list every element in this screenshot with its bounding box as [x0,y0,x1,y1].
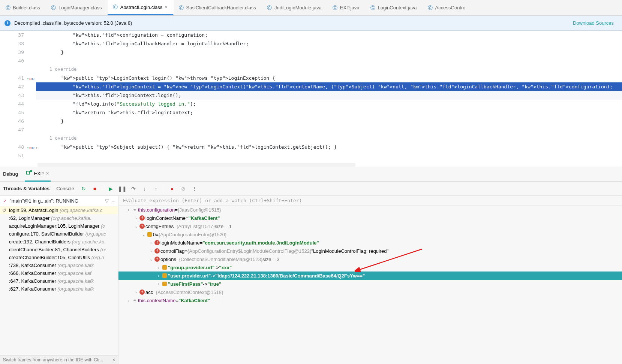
class-icon: Ⓒ [267,5,272,10]
resume-button[interactable]: ▶ [106,184,116,194]
element-icon [162,282,167,286]
console-tab[interactable]: Console [56,186,74,191]
code-editor[interactable]: 3738394041↑⊙⊙42434445464748↑⊙⊙›51 "kw">t… [0,31,622,167]
frame-item[interactable]: :647, KafkaConsumer (org.apache.kafk [0,277,118,285]
var-option-usefirstpass[interactable]: ›"useFirstPass" -> "true" [118,280,622,288]
tab-logincontext[interactable]: ⒸLoginContext.java [365,0,423,15]
filter-icon[interactable]: ▽ [105,198,109,204]
class-icon: Ⓒ [428,5,433,10]
debug-title[interactable]: Debug [3,171,18,177]
class-icon: Ⓒ [51,5,56,10]
code-area[interactable]: "kw">this."fld">configuration = configur… [36,31,622,167]
var-configentries[interactable]: ⌄fconfigEntries = {ArrayList@1517} size … [118,222,622,230]
evaluate-expression-input[interactable]: Evaluate expression (Enter) or add a wat… [118,196,622,206]
tab-exp[interactable]: ⒸEXP.java [327,0,365,15]
close-icon[interactable]: × [165,4,168,10]
var-logincontextname[interactable]: ›floginContextName = "KafkaClient" [118,214,622,222]
close-icon[interactable]: × [46,170,49,176]
frame-item[interactable]: create:192, ChannelBuilders (org.apache.… [0,238,118,246]
element-icon [147,232,152,237]
field-icon: f [154,248,160,254]
frame-item[interactable]: acquireLoginManager:105, LoginManager (o [0,222,118,230]
var-entry-0[interactable]: ⌄0 = {AppConfigurationEntry@1520} [118,230,622,239]
decompile-info-bar: i Decompiled .class file, bytecode versi… [0,16,622,31]
step-out-button[interactable]: ↑ [151,184,161,194]
frame-item[interactable]: :62, LoginManager (org.apache.kafka. [0,214,118,222]
var-contextname[interactable]: ›⚭this.contextName = "KafkaClient" [118,296,622,304]
field-icon: f [139,215,145,221]
step-into-button[interactable]: ↓ [140,184,150,194]
var-configuration[interactable]: ›⚭this.configuration = {JaasConfig@1515} [118,206,622,214]
field-icon: f [154,240,160,245]
debug-panel-tabs: Debug EXP × [0,167,622,182]
class-icon: Ⓒ [179,5,184,10]
element-icon [162,265,167,270]
class-icon: Ⓒ [370,5,376,10]
stop-button[interactable]: ■ [90,184,100,194]
mute-breakpoints-button[interactable]: ⊘ [178,184,188,194]
step-over-button[interactable]: ↷ [129,184,138,194]
variables-tree[interactable]: ›⚭this.configuration = {JaasConfig@1515}… [118,206,622,364]
download-sources-link[interactable]: Download Sources [573,20,614,26]
link-icon: ⚭ [131,298,138,303]
frames-column: ✓ "main"@1 in g...ain": RUNNING ▽ ⌄ logi… [0,196,118,364]
frame-item[interactable]: login:59, AbstractLogin (org.apache.kafk… [0,206,118,214]
tab-accesscontrol[interactable]: ⒸAccessContro [423,0,471,15]
frame-item[interactable]: :666, KafkaConsumer (org.apache.kaf [0,269,118,277]
frame-item[interactable]: createChannelBuilder:105, ClientUtils (o… [0,254,118,261]
tab-saslclient[interactable]: ⒸSaslClientCallbackHandler.class [174,0,262,15]
element-icon [162,273,167,278]
var-option-group[interactable]: ›"group.provider.url" -> "xxx" [118,263,622,272]
tab-jndiloginmodule[interactable]: ⒸJndiLoginModule.java [262,0,327,15]
var-loginmodulename[interactable]: ›floginModuleName = "com.sun.security.au… [118,239,622,247]
class-icon: Ⓒ [333,5,338,10]
var-controlflag[interactable]: ›fcontrolFlag = {AppConfigurationEntry$L… [118,247,622,255]
chevron-down-icon[interactable]: ⌄ [112,198,115,203]
frames-hint: Switch frames from anywhere in the IDE w… [0,355,118,364]
debug-panel: Debug EXP × Threads & Variables Console … [0,167,622,364]
field-icon: f [139,224,145,229]
variables-column: Evaluate expression (Enter) or add a wat… [118,196,622,364]
frame-item[interactable]: :738, KafkaConsumer (org.apache.kafk [0,261,118,269]
close-icon[interactable]: × [112,357,115,363]
class-icon: Ⓒ [5,5,10,10]
view-breakpoints-button[interactable]: ● [167,184,177,194]
var-options[interactable]: ⌄foptions = {Collections$UnmodifiableMap… [118,255,622,263]
frame-item[interactable]: clientChannelBuilder:81, ChannelBuilders… [0,246,118,254]
pause-button[interactable]: ❚❚ [117,184,127,194]
frames-list: login:59, AbstractLogin (org.apache.kafk… [0,206,118,355]
more-button[interactable]: ⋮ [190,184,199,194]
tab-abstractlogin[interactable]: ⒸAbstractLogin.class× [108,0,174,15]
class-icon: Ⓒ [113,4,118,10]
rerun-button[interactable]: ↻ [79,184,88,194]
tab-builder[interactable]: ⒸBuilder.class [0,0,46,15]
frame-item[interactable]: configure:170, SaslChannelBuilder (org.a… [0,230,118,238]
frame-item[interactable]: :627, KafkaConsumer (org.apache.kafk [0,285,118,293]
field-icon: f [154,257,160,262]
threads-variables-tab[interactable]: Threads & Variables [3,186,49,191]
run-config-icon [26,171,30,175]
var-option-user[interactable]: ›"user.provider.url" -> "ldap://124.222.… [118,272,622,280]
var-acc[interactable]: ›facc = {AccessControlContext@1518} [118,288,622,296]
debug-tab-exp[interactable]: EXP × [25,167,50,182]
link-icon: ⚭ [131,207,138,213]
info-icon: i [4,20,10,26]
field-icon: f [139,289,145,295]
debug-toolbar: Threads & Variables Console ↻ ■ ▶ ❚❚ ↷ ↓… [0,182,622,196]
file-tabs-bar: ⒸBuilder.class ⒸLoginManager.class ⒸAbst… [0,0,622,16]
thread-header[interactable]: ✓ "main"@1 in g...ain": RUNNING ▽ ⌄ [0,196,118,206]
gutter: 3738394041↑⊙⊙42434445464748↑⊙⊙›51 [0,31,36,167]
check-icon: ✓ [3,198,7,204]
horizontal-scrollbar[interactable] [37,163,355,167]
tab-loginmanager[interactable]: ⒸLoginManager.class [46,0,108,15]
decompile-info-text: Decompiled .class file, bytecode version… [14,20,132,26]
